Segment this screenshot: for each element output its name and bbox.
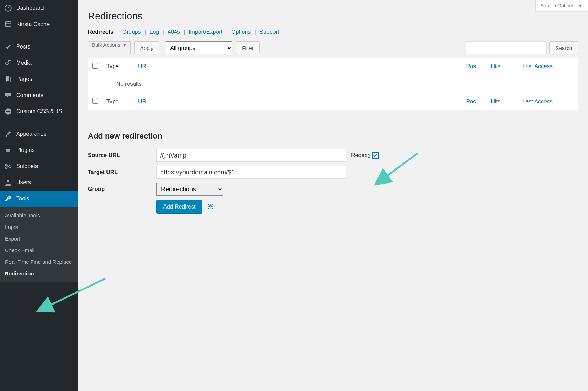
col-hits[interactable]: Hits [487,58,518,75]
subnav-redirects[interactable]: Redirects [88,29,114,35]
col-last-footer[interactable]: Last Access [518,93,578,110]
sidebar-item-media[interactable]: Media [0,55,78,71]
svg-point-4 [6,62,8,65]
user-icon [4,179,12,186]
chevron-down-icon: ▼ [578,3,583,8]
subnav-options[interactable]: Options [231,29,251,35]
sidebar-item-label: Media [16,60,32,66]
brush-icon [4,130,12,138]
col-url-footer[interactable]: URL [134,93,462,110]
bulk-actions-select[interactable]: Bulk Actions ▼ [88,41,131,54]
sidebar-item-label: Appearance [16,131,46,137]
svg-point-10 [7,180,9,182]
source-url-row: Source URL Regex ? [88,149,578,162]
svg-rect-1 [5,22,11,27]
gear-icon [207,203,214,210]
sidebar-item-label: Plugins [16,147,34,153]
sidebar-item-label: Dashboard [16,5,44,11]
check-icon [373,153,378,158]
subnav-import-export[interactable]: Import/Export [189,29,222,35]
regex-option: Regex ? [351,152,379,159]
col-last[interactable]: Last Access [518,58,578,75]
col-type-footer: Type [102,93,134,110]
plug-icon [4,146,12,154]
submenu-available-tools[interactable]: Available Tools [0,210,78,221]
regex-help-link[interactable]: ? [368,153,370,158]
sidebar-item-label: Tools [16,196,29,202]
sidebar-item-snippets[interactable]: Snippets [0,158,78,174]
table-footer-row: Type URL Pos Hits Last Access [88,93,578,110]
submenu-import[interactable]: Import [0,221,78,233]
regex-label: Regex [351,152,367,159]
select-all-checkbox[interactable] [92,63,98,69]
screen-options-toggle[interactable]: Screen Options ▼ [535,0,588,12]
form-actions: Add Redirect [156,200,578,214]
col-type: Type [102,58,134,75]
sidebar-item-plugins[interactable]: Plugins [0,142,78,158]
col-pos[interactable]: Pos [462,58,487,75]
no-results-row: No results [88,75,578,93]
media-icon [4,59,12,67]
add-redirect-form: Add new redirection Source URL Regex ? T… [88,132,578,214]
sidebar-item-appearance[interactable]: Appearance [0,126,78,142]
screen-options-label: Screen Options [541,3,575,8]
comment-icon [4,91,12,99]
tools-submenu: Available Tools Import Export Check Emai… [0,207,78,282]
sidebar-item-label: Pages [16,76,32,82]
filter-button[interactable]: Filter [236,41,259,54]
sidebar-item-kinsta-cache[interactable]: Kinsta Cache [0,16,78,32]
sidebar-item-users[interactable]: Users [0,174,78,191]
col-url[interactable]: URL [134,58,462,75]
subnav: Redirects | Groups | Log | 404s | Import… [88,29,578,35]
redirects-table: Type URL Pos Hits Last Access No results… [88,58,578,110]
wrench-icon [4,195,12,203]
search-bar: Search [466,41,578,54]
col-pos-footer[interactable]: Pos [462,93,487,110]
sidebar-item-custom-css-js[interactable]: Custom CSS & JS [0,103,78,120]
sidebar-item-dashboard[interactable]: Dashboard [0,0,78,16]
sidebar-item-tools[interactable]: Tools [0,191,78,207]
sidebar-item-label: Snippets [16,163,38,169]
sidebar-item-posts[interactable]: Posts [0,39,78,55]
sidebar-item-label: Posts [16,44,30,50]
search-input[interactable] [466,41,547,54]
chevron-down-icon: ▼ [122,42,128,48]
no-results-text: No results [88,75,578,93]
col-hits-footer[interactable]: Hits [487,93,518,110]
regex-checkbox[interactable] [372,152,379,159]
sidebar-item-label: Users [16,179,31,186]
dashboard-icon [4,4,12,12]
admin-sidebar: Dashboard Kinsta Cache Posts Media Pages… [0,0,78,391]
source-url-label: Source URL [88,152,156,159]
advanced-options-toggle[interactable] [207,203,214,211]
submenu-realtime-find-replace[interactable]: Real-Time Find and Replace [0,256,78,268]
submenu-check-email[interactable]: Check Email [0,244,78,256]
kinsta-icon [4,20,12,28]
table-header-row: Type URL Pos Hits Last Access [88,58,578,75]
source-url-input[interactable] [156,149,346,162]
page-icon [4,75,12,83]
scissors-icon [4,162,12,170]
form-title: Add new redirection [88,132,578,141]
subnav-groups[interactable]: Groups [122,29,141,35]
group-select[interactable]: Redirections [156,183,223,196]
add-redirect-button[interactable]: Add Redirect [156,200,202,214]
page-title: Redirections [88,11,578,22]
submenu-export[interactable]: Export [0,233,78,244]
select-all-checkbox-footer[interactable] [92,98,98,104]
main-content: Screen Options ▼ Redirections Redirects … [78,0,588,391]
apply-button[interactable]: Apply [134,41,160,54]
group-filter-select[interactable]: All groups [166,41,232,54]
group-label: Group [88,186,156,192]
sidebar-item-comments[interactable]: Comments [0,87,78,103]
search-button[interactable]: Search [549,41,578,54]
subnav-support[interactable]: Support [259,29,279,35]
subnav-log[interactable]: Log [150,29,159,35]
subnav-404s[interactable]: 404s [168,29,180,35]
target-url-row: Target URL [88,166,578,179]
target-url-input[interactable] [156,166,346,179]
sidebar-item-pages[interactable]: Pages [0,71,78,87]
submenu-redirection[interactable]: Redirection [0,268,78,279]
target-url-label: Target URL [88,169,156,175]
sidebar-item-label: Kinsta Cache [16,21,50,27]
